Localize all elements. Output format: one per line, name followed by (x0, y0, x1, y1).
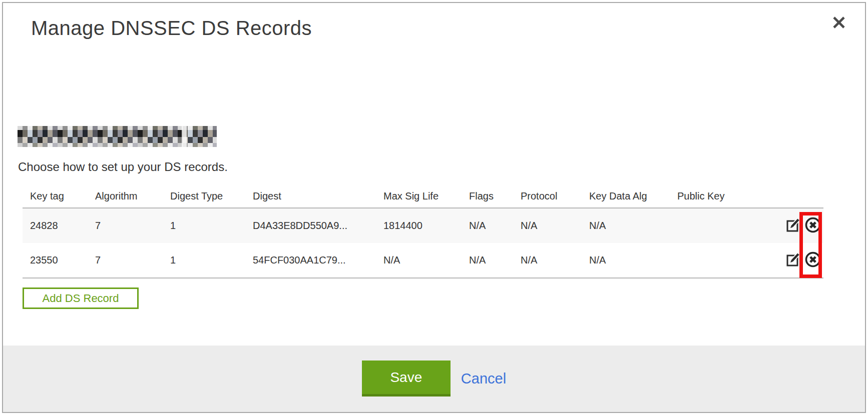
delete-icon (804, 251, 821, 270)
cell-key-tag: 23550 (30, 254, 95, 266)
cell-max-sig-life: 1814400 (383, 220, 469, 232)
edit-icon (786, 218, 801, 234)
close-button[interactable] (830, 14, 848, 32)
modal-title: Manage DNSSEC DS Records (31, 17, 312, 40)
add-ds-record-button[interactable]: Add DS Record (23, 288, 139, 309)
table-row: 23550 7 1 54FCF030AA1C79... N/A N/A N/A … (23, 243, 823, 278)
cell-key-data-alg: N/A (589, 254, 677, 266)
cell-digest-type: 1 (170, 254, 253, 266)
modal-footer: Save Cancel (3, 346, 865, 412)
instruction-text: Choose how to set up your DS records. (18, 160, 228, 174)
delete-record-button[interactable] (804, 218, 821, 234)
delete-icon (804, 216, 821, 235)
ds-records-table: Key tag Algorithm Digest Type Digest Max… (23, 185, 823, 278)
cell-protocol: N/A (521, 254, 589, 266)
cell-protocol: N/A (521, 220, 589, 232)
cell-key-tag: 24828 (30, 220, 95, 232)
column-header-key-tag: Key tag (30, 190, 95, 202)
table-body: 24828 7 1 D4A33E8DD550A9... 1814400 N/A … (23, 208, 823, 278)
edit-record-button[interactable] (785, 252, 802, 269)
cancel-link[interactable]: Cancel (461, 360, 506, 396)
save-button[interactable]: Save (362, 360, 451, 396)
cell-flags: N/A (469, 220, 521, 232)
cell-flags: N/A (469, 254, 521, 266)
column-header-protocol: Protocol (521, 190, 589, 202)
cell-max-sig-life: N/A (383, 254, 469, 266)
cell-key-data-alg: N/A (589, 220, 677, 232)
cell-digest-type: 1 (170, 220, 253, 232)
cell-digest: D4A33E8DD550A9... (253, 220, 383, 232)
cell-algorithm: 7 (95, 254, 170, 266)
column-header-public-key: Public Key (677, 190, 775, 202)
close-icon (831, 24, 846, 32)
column-header-digest: Digest (253, 190, 383, 202)
column-header-flags: Flags (469, 190, 521, 202)
column-header-key-data-alg: Key Data Alg (589, 190, 677, 202)
edit-icon (786, 252, 801, 268)
column-header-max-sig-life: Max Sig Life (383, 190, 469, 202)
column-header-digest-type: Digest Type (170, 190, 253, 202)
cell-digest: 54FCF030AA1C79... (253, 254, 383, 266)
delete-record-button[interactable] (804, 252, 821, 269)
table-row: 24828 7 1 D4A33E8DD550A9... 1814400 N/A … (23, 208, 823, 243)
table-header-row: Key tag Algorithm Digest Type Digest Max… (23, 185, 823, 208)
redacted-domain-name (18, 126, 217, 147)
edit-record-button[interactable] (785, 218, 802, 234)
cell-algorithm: 7 (95, 220, 170, 232)
column-header-algorithm: Algorithm (95, 190, 170, 202)
screen: Manage DNSSEC DS Records Choose how to s… (0, 0, 868, 415)
manage-dnssec-modal: Manage DNSSEC DS Records Choose how to s… (2, 2, 866, 413)
